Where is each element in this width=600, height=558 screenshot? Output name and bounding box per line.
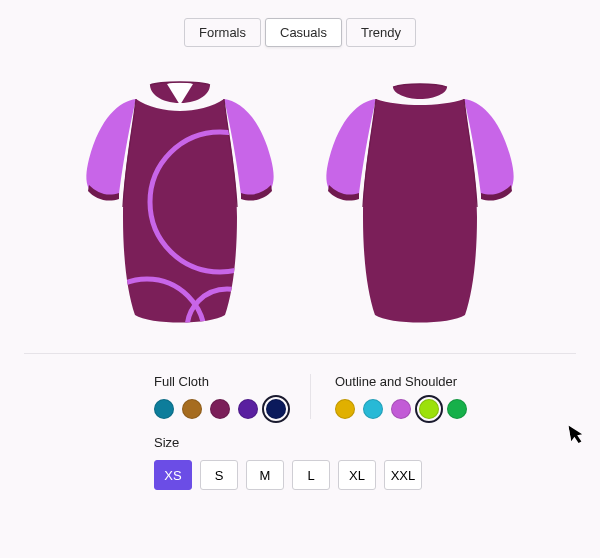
divider-vertical xyxy=(310,374,311,419)
full-cloth-label: Full Cloth xyxy=(154,374,286,389)
full-cloth-swatch-4[interactable] xyxy=(266,399,286,419)
tab-casuals[interactable]: Casuals xyxy=(265,18,342,47)
full-cloth-swatches xyxy=(154,399,286,419)
size-xl[interactable]: XL xyxy=(338,460,376,490)
size-s[interactable]: S xyxy=(200,460,238,490)
size-m[interactable]: M xyxy=(246,460,284,490)
size-group: Size XSSMLXLXXL xyxy=(0,419,600,490)
outline-shoulder-swatch-4[interactable] xyxy=(447,399,467,419)
outline-shoulder-swatch-0[interactable] xyxy=(335,399,355,419)
outline-shoulder-label: Outline and Shoulder xyxy=(335,374,467,389)
style-tabs: FormalsCasualsTrendy xyxy=(0,0,600,61)
full-cloth-swatch-2[interactable] xyxy=(210,399,230,419)
tab-trendy[interactable]: Trendy xyxy=(346,18,416,47)
tshirt-preview xyxy=(0,61,600,353)
size-l[interactable]: L xyxy=(292,460,330,490)
size-xxl[interactable]: XXL xyxy=(384,460,422,490)
size-options: XSSMLXLXXL xyxy=(154,460,600,490)
tshirt-back-icon xyxy=(315,77,525,327)
tshirt-front-icon xyxy=(75,77,285,327)
full-cloth-swatch-3[interactable] xyxy=(238,399,258,419)
full-cloth-swatch-1[interactable] xyxy=(182,399,202,419)
full-cloth-swatch-0[interactable] xyxy=(154,399,174,419)
size-label: Size xyxy=(154,435,600,450)
size-xs[interactable]: XS xyxy=(154,460,192,490)
outline-shoulder-swatch-1[interactable] xyxy=(363,399,383,419)
tab-formals[interactable]: Formals xyxy=(184,18,261,47)
outline-shoulder-swatches xyxy=(335,399,467,419)
outline-shoulder-swatch-3[interactable] xyxy=(419,399,439,419)
color-options: Full Cloth Outline and Shoulder xyxy=(0,354,600,419)
outline-shoulder-group: Outline and Shoulder xyxy=(335,374,467,419)
full-cloth-group: Full Cloth xyxy=(154,374,286,419)
outline-shoulder-swatch-2[interactable] xyxy=(391,399,411,419)
